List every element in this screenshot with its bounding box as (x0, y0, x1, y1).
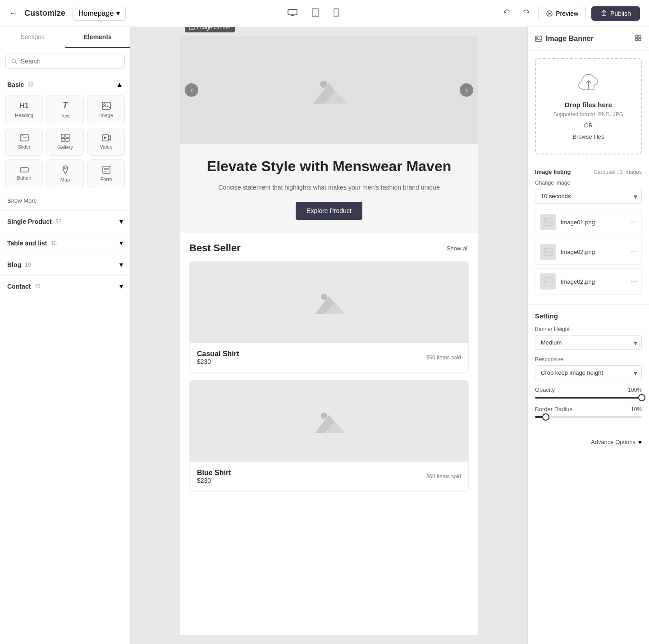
image-label: Image (99, 113, 113, 118)
undo-button[interactable] (500, 6, 514, 21)
drop-zone[interactable]: Drop files here Supported format: PNG, J… (535, 58, 642, 154)
preview-button[interactable]: Preview (538, 6, 586, 21)
element-button[interactable]: Button (5, 159, 43, 188)
show-more-button[interactable]: Show More (5, 194, 39, 210)
advance-options-label: Advance Options (591, 439, 635, 445)
tablet-view-button[interactable] (309, 5, 322, 22)
svg-rect-15 (61, 134, 65, 137)
basic-title: Basic (7, 81, 24, 88)
search-input[interactable] (21, 58, 119, 65)
banner-next-button[interactable]: › (460, 83, 473, 97)
product-price-1: $230 (197, 477, 231, 484)
page-name: Homepage (78, 9, 114, 18)
setting-title: Setting (535, 312, 642, 320)
mobile-view-button[interactable] (331, 5, 342, 22)
contact-section: Contact 10 ▾ (0, 275, 130, 297)
table-list-section: Table and list 10 ▾ (0, 232, 130, 254)
element-image[interactable]: Image (87, 95, 125, 124)
upload-icon (545, 73, 632, 96)
device-switcher (285, 5, 342, 22)
element-map[interactable]: Map (46, 159, 84, 188)
publish-button[interactable]: Publish (591, 6, 640, 21)
topbar-right: Preview Publish (500, 6, 640, 21)
border-radius-label: Border Radius (535, 406, 572, 413)
svg-rect-48 (544, 218, 552, 226)
border-radius-slider-row: Border Radius 10% (535, 406, 642, 418)
basic-section-header[interactable]: Basic 32 ▲ (5, 74, 125, 95)
svg-rect-52 (544, 278, 552, 285)
page-selector[interactable]: Homepage ▾ (73, 6, 126, 21)
image-more-2[interactable]: ··· (631, 277, 637, 286)
single-product-header[interactable]: Single Product 32 ▾ (5, 211, 125, 232)
advance-options-chevron: ▾ (638, 438, 642, 446)
image-thumb-1 (540, 244, 556, 260)
image-listing-title: Image listing (535, 168, 571, 175)
element-heading[interactable]: H1 Heading (5, 95, 43, 124)
browse-files-link[interactable]: Browse files (545, 133, 632, 140)
search-box[interactable] (5, 54, 125, 69)
back-button[interactable]: ← (9, 9, 17, 18)
right-panel-header: Image Banner (528, 27, 649, 51)
tab-sections[interactable]: Sections (0, 27, 65, 48)
svg-rect-18 (66, 138, 69, 141)
svg-rect-21 (20, 168, 28, 172)
responsive-select[interactable]: Crop keep image height Fit image Stretch (535, 365, 642, 380)
responsive-select-wrapper: Crop keep image height Fit image Stretch (535, 365, 642, 380)
right-panel: Image Banner Drop files here (527, 27, 649, 644)
table-list-expand-icon: ▾ (119, 239, 123, 247)
image-name-2: Image02.png (561, 278, 595, 285)
svg-marker-20 (104, 136, 107, 139)
image-more-0[interactable]: ··· (631, 218, 637, 226)
image-name-0: Image01.png (561, 219, 595, 226)
svg-point-32 (320, 81, 327, 88)
image-list-item-1: Image02.png ··· (535, 239, 642, 265)
advance-options-row[interactable]: Advance Options ▾ (528, 432, 649, 452)
single-product-section: Single Product 32 ▾ (0, 210, 130, 232)
svg-point-42 (537, 37, 538, 39)
table-list-title: Table and list (7, 240, 47, 247)
svg-point-22 (64, 167, 66, 169)
element-text[interactable]: T Text (46, 95, 84, 124)
tab-elements[interactable]: Elements (65, 27, 131, 48)
show-all-link[interactable]: Show all (447, 245, 469, 252)
redo-button[interactable] (519, 6, 533, 21)
banner-prev-button[interactable]: ‹ (185, 83, 198, 97)
banner-height-select-wrapper: Small Medium Large (535, 335, 642, 350)
svg-rect-50 (544, 248, 552, 255)
gallery-label: Gallery (57, 145, 73, 150)
element-slider[interactable]: Slider (5, 128, 43, 156)
product-card-0[interactable]: Casual Shirt $230 360 items sold (189, 261, 469, 373)
element-gallery[interactable]: Gallery (46, 128, 84, 156)
image-banner-block[interactable]: Image banner ‹ (180, 36, 478, 233)
carousel-info: Carousel : 3 images (594, 169, 642, 175)
contact-title: Contact (7, 283, 31, 290)
text-label: Text (60, 113, 69, 118)
image-thumb-2 (540, 273, 556, 290)
opacity-slider[interactable] (535, 397, 642, 399)
product-info-0: Casual Shirt $230 360 items sold (190, 343, 468, 372)
image-list-item-2: Image02.png ··· (535, 268, 642, 295)
blog-expand-icon: ▾ (119, 260, 123, 269)
border-radius-slider[interactable] (535, 416, 642, 418)
banner-description: Concise statement that highlights what m… (198, 184, 460, 191)
banner-height-select[interactable]: Small Medium Large (535, 335, 642, 350)
svg-rect-41 (535, 36, 542, 41)
elements-grid: H1 Heading T Text Image (5, 95, 125, 194)
svg-point-9 (12, 59, 15, 63)
opacity-slider-row: Opacity 100% (535, 386, 642, 399)
expand-panel-button[interactable] (635, 34, 642, 43)
image-icon (102, 102, 111, 110)
explore-product-button[interactable]: Explore Product (296, 202, 362, 220)
element-form[interactable]: Form (87, 159, 125, 188)
blog-header[interactable]: Blog 10 ▾ (5, 254, 125, 275)
right-panel-title: Image Banner (535, 35, 594, 43)
element-video[interactable]: Video (87, 128, 125, 156)
single-product-expand-icon: ▾ (119, 217, 123, 226)
interval-select[interactable]: 5 seconds 10 seconds 15 seconds 20 secon… (535, 189, 642, 204)
contact-header[interactable]: Contact 10 ▾ (5, 276, 125, 297)
search-icon (11, 58, 17, 64)
table-list-header[interactable]: Table and list 10 ▾ (5, 232, 125, 254)
image-more-1[interactable]: ··· (631, 248, 637, 256)
product-card-1[interactable]: Blue Shirt $230 360 items sold (189, 380, 469, 492)
desktop-view-button[interactable] (285, 6, 300, 21)
